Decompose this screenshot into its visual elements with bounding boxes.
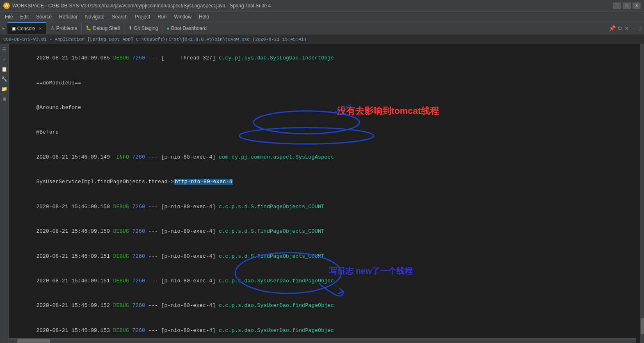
main-layout: ☰ ⚡ 📋 🔧 📁 ▣ 2020-08-21 15:46:09.085 DEBU… (0, 44, 644, 343)
boot-icon: ● (167, 26, 169, 31)
maximize-button[interactable]: □ (623, 2, 631, 9)
pin-action[interactable]: 📌 (609, 25, 616, 32)
menu-help[interactable]: Help (196, 13, 212, 20)
log-line-9: 2020-08-21 15:46:09.151 DEBUG 7260 --- [… (11, 244, 640, 268)
menu-search[interactable]: Search (109, 13, 131, 20)
app-icon: W (3, 2, 10, 9)
log-line-7: 2020-08-21 15:46:09.150 DEBUG 7260 --- [… (11, 195, 640, 219)
log-line-11: 2020-08-21 15:46:09.152 DEBUG 7260 --- [… (11, 293, 640, 318)
scrollbar-thumb[interactable] (17, 339, 50, 343)
menu-refactor[interactable]: Refactor (56, 13, 81, 20)
vertical-scrollbar[interactable] (640, 44, 644, 343)
tab-debug-shell-label: Debug Shell (93, 25, 120, 31)
session-text: CGB-DB-SYS-V3.01 - Application [Spring B… (3, 37, 306, 42)
window-title: WORKSPACE - CGB-DB-SYS-V3.01/src/main/ja… (12, 3, 613, 9)
window-controls[interactable]: — □ ✕ (613, 2, 641, 9)
menu-project[interactable]: Project (132, 13, 153, 20)
tab-problems[interactable]: ⚠ Problems (46, 22, 82, 34)
tab-action-area: 📌 ⚙ ✕ — □ (606, 22, 644, 34)
menu-edit[interactable]: Edit (17, 13, 32, 20)
menu-file[interactable]: File (2, 13, 16, 20)
debug-shell-icon: 🐛 (86, 25, 91, 31)
close-action[interactable]: ✕ (624, 25, 629, 32)
tab-problems-label: Problems (56, 25, 77, 31)
annotation-new-thread: 写日志 new了一个线程 (329, 266, 413, 277)
log-line-3: @Around.before (11, 95, 640, 120)
log-line-1: 2020-08-21 15:46:09.085 DEBUG 7260 --- [… (11, 46, 640, 70)
sidebar-icon-1[interactable]: ☰ (1, 46, 8, 53)
tab-console-label: Console (17, 26, 35, 32)
tab-git-staging[interactable]: ⬆ Git Staging (124, 22, 162, 34)
console-area: 2020-08-21 15:46:09.085 DEBUG 7260 --- [… (9, 44, 640, 343)
console-output: 2020-08-21 15:46:09.085 DEBUG 7260 --- [… (11, 46, 640, 343)
tab-git-staging-label: Git Staging (134, 25, 158, 31)
tab-boot-dashboard-label: Boot Dashboard (171, 25, 207, 31)
log-line-8: 2020-08-21 15:46:09.150 DEBUG 7260 --- [… (11, 219, 640, 244)
horizontal-scrollbar[interactable] (9, 338, 636, 343)
tab-debug-shell[interactable]: 🐛 Debug Shell (82, 22, 124, 34)
menu-window[interactable]: Window (171, 13, 195, 20)
tab-left-area: ▸ (0, 22, 7, 34)
close-button[interactable]: ✕ (633, 2, 641, 9)
sidebar: ☰ ⚡ 📋 🔧 📁 ▣ (0, 44, 9, 343)
tab-menu-icon[interactable]: ▸ (2, 25, 5, 31)
menu-navigate[interactable]: Navigate (82, 13, 107, 20)
log-line-10: 2020-08-21 15:46:09.151 DEBUG 7260 --- [… (11, 269, 640, 293)
menu-source[interactable]: Source (33, 13, 55, 20)
sidebar-icon-2[interactable]: ⚡ (1, 56, 8, 63)
sidebar-icon-4[interactable]: 🔧 (1, 75, 8, 83)
log-line-4: @Before (11, 120, 640, 145)
sidebar-icon-5[interactable]: 📁 (1, 85, 8, 93)
sidebar-icon-6[interactable]: ▣ (1, 95, 8, 102)
tab-console[interactable]: ▣ Console ✕ (7, 22, 46, 34)
tabbar: ▸ ▣ Console ✕ ⚠ Problems 🐛 Debug Shell ⬆… (0, 22, 644, 34)
sessionbar: CGB-DB-SYS-V3.01 - Application [Spring B… (0, 34, 644, 44)
vscroll-thumb[interactable] (641, 318, 644, 334)
minimize-view-action[interactable]: — (631, 25, 637, 32)
minimize-button[interactable]: — (613, 2, 621, 9)
annotation-no-affect-tomcat: 没有去影响到tomcat线程 (337, 105, 439, 117)
titlebar: W WORKSPACE - CGB-DB-SYS-V3.01/src/main/… (0, 0, 644, 11)
console-icon: ▣ (11, 26, 16, 31)
menu-run[interactable]: Run (154, 13, 170, 20)
problems-icon: ⚠ (50, 25, 55, 31)
maximize-view-action[interactable]: □ (638, 25, 642, 32)
git-icon: ⬆ (128, 25, 132, 31)
log-line-2: ==doModuleUI== (11, 70, 640, 95)
tab-console-close[interactable]: ✕ (39, 26, 42, 31)
menubar: File Edit Source Refactor Navigate Searc… (0, 11, 644, 22)
sidebar-icon-3[interactable]: 📋 (1, 66, 8, 73)
tab-boot-dashboard[interactable]: ● Boot Dashboard (162, 22, 211, 34)
log-line-5: 2020-08-21 15:46:09.149 INFO 7260 --- [p… (11, 145, 640, 170)
log-line-6: SysUserServiceImpl.findPageObjects.threa… (11, 170, 640, 194)
settings-action[interactable]: ⚙ (617, 25, 623, 32)
